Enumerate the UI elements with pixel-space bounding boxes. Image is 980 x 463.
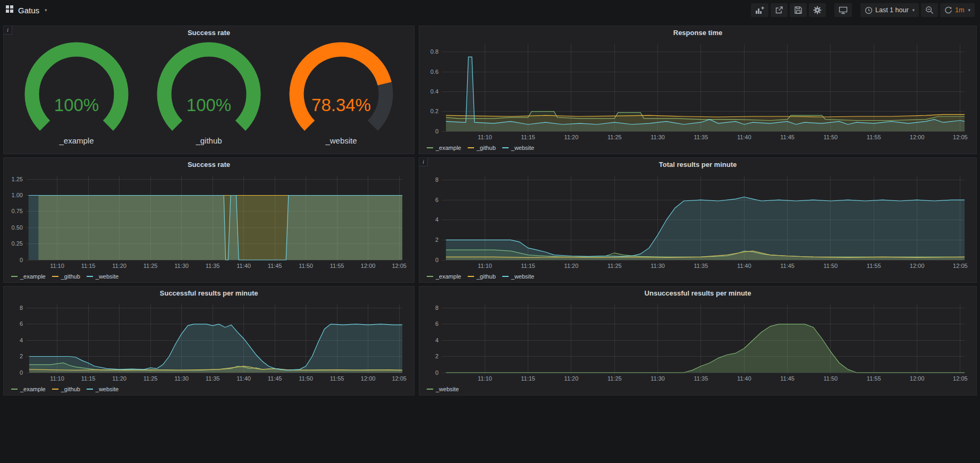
chevron-down-icon: ▾: [968, 7, 970, 13]
svg-text:11:40: 11:40: [236, 375, 251, 382]
dashboard-title-dropdown[interactable]: Gatus ▾: [5, 5, 47, 15]
legend-item[interactable]: _github: [468, 273, 496, 280]
cycle-view-button[interactable]: [834, 3, 852, 17]
legend-item[interactable]: _website: [87, 386, 119, 392]
legend-item[interactable]: _example: [427, 273, 461, 280]
svg-text:11:35: 11:35: [206, 375, 220, 382]
panel-title[interactable]: Success rate: [4, 158, 414, 171]
refresh-interval-label[interactable]: 1m: [955, 6, 964, 14]
svg-text:8: 8: [20, 305, 23, 311]
legend-item[interactable]: _website: [427, 386, 459, 392]
svg-text:11:15: 11:15: [521, 134, 535, 140]
gauge-row: 100%_example100%_github78.34%_website: [8, 41, 410, 150]
panel-title[interactable]: Successful results per minute: [4, 287, 414, 300]
svg-text:0: 0: [435, 128, 438, 134]
refresh-button[interactable]: 1m ▾: [940, 3, 975, 17]
gauge-arc: 100%: [145, 41, 273, 134]
legend-item[interactable]: _example: [11, 273, 46, 280]
legend-series-name: _example: [436, 273, 461, 280]
legend-series-color: [468, 147, 474, 148]
legend-item[interactable]: _github: [52, 386, 80, 392]
svg-text:12:00: 12:00: [910, 134, 925, 140]
time-range-picker[interactable]: Last 1 hour ▾: [860, 3, 919, 17]
gauge-arc: 78.34%: [277, 41, 405, 134]
share-button[interactable]: [771, 3, 788, 17]
share-icon: [775, 6, 783, 14]
svg-text:11:25: 11:25: [607, 375, 622, 382]
legend-item[interactable]: _github: [52, 273, 80, 280]
legend-item[interactable]: _example: [11, 386, 46, 392]
svg-text:0: 0: [435, 257, 438, 263]
svg-text:6: 6: [435, 321, 438, 327]
svg-text:11:50: 11:50: [824, 375, 838, 382]
legend-series-name: _github: [61, 386, 80, 392]
save-icon: [794, 6, 802, 14]
svg-text:11:20: 11:20: [564, 134, 579, 140]
legend-series-name: _website: [511, 145, 534, 151]
svg-text:4: 4: [435, 337, 438, 343]
clock-icon: [865, 6, 873, 14]
legend-series-color: [427, 147, 433, 148]
legend-item[interactable]: _example: [427, 145, 461, 151]
svg-text:6: 6: [435, 197, 438, 203]
svg-text:11:45: 11:45: [268, 263, 282, 269]
response-time-chart[interactable]: 00.20.40.60.811:1011:1511:2011:2511:3011…: [424, 40, 972, 142]
save-button[interactable]: [790, 3, 807, 17]
svg-text:0.8: 0.8: [430, 48, 438, 55]
svg-text:11:55: 11:55: [330, 263, 344, 269]
add-panel-icon: [755, 6, 764, 14]
panel-title[interactable]: Response time: [419, 26, 976, 39]
svg-text:12:00: 12:00: [910, 263, 925, 269]
chevron-down-icon: ▾: [913, 7, 915, 13]
legend-item[interactable]: _website: [87, 273, 119, 280]
grafana-dashboard: { "header": { "title": "Gatus", "time_la…: [0, 0, 980, 463]
success-rate-chart[interactable]: 00.250.500.751.001.2511:1011:1511:2011:2…: [8, 172, 410, 271]
panel-title[interactable]: Success rate: [4, 26, 414, 39]
add-panel-button[interactable]: [751, 3, 768, 17]
svg-text:11:35: 11:35: [694, 134, 708, 140]
svg-text:0.50: 0.50: [12, 224, 23, 231]
svg-text:0.25: 0.25: [12, 240, 23, 247]
chart-legend: _example_github_website: [11, 384, 119, 393]
svg-text:11:15: 11:15: [81, 375, 96, 382]
legend-series-name: _website: [96, 386, 119, 392]
svg-text:11:15: 11:15: [521, 375, 535, 382]
legend-item[interactable]: _website: [502, 145, 534, 151]
panel-title[interactable]: Unsuccessful results per minute: [419, 287, 976, 300]
successful-results-chart[interactable]: 0246811:1011:1511:2011:2511:3011:3511:40…: [8, 300, 410, 383]
panel-unsuccessful-results: Unsuccessful results per minute 0246811:…: [419, 286, 977, 395]
dashboard-title: Gatus: [18, 6, 39, 15]
gauge: 100%_example: [13, 41, 140, 145]
chart-legend: _example_github_website: [11, 272, 119, 281]
svg-text:11:50: 11:50: [299, 375, 313, 382]
gauge: 78.34%_website: [277, 41, 405, 145]
svg-text:0.6: 0.6: [430, 69, 438, 75]
panel-info-icon[interactable]: i: [4, 26, 12, 35]
legend-item[interactable]: _github: [468, 145, 496, 151]
legend-series-name: _example: [436, 145, 461, 151]
panel-info-icon[interactable]: i: [419, 158, 428, 166]
legend-series-color: [87, 389, 93, 390]
zoom-out-button[interactable]: [921, 3, 938, 17]
svg-text:12:05: 12:05: [953, 263, 968, 269]
panel-total-results: i Total results per minute 0246811:1011:…: [419, 157, 977, 283]
settings-button[interactable]: [809, 3, 826, 17]
svg-text:11:25: 11:25: [143, 375, 158, 382]
total-results-chart[interactable]: 0246811:1011:1511:2011:2511:3011:3511:40…: [424, 172, 972, 271]
unsuccessful-results-chart[interactable]: 0246811:1011:1511:2011:2511:3011:3511:40…: [424, 300, 972, 383]
legend-item[interactable]: _website: [502, 273, 534, 280]
svg-text:11:10: 11:10: [478, 134, 492, 140]
svg-text:11:30: 11:30: [174, 263, 189, 269]
legend-series-name: _example: [20, 273, 46, 280]
svg-text:12:00: 12:00: [910, 375, 925, 382]
gear-icon: [813, 6, 822, 14]
svg-text:0: 0: [435, 369, 438, 376]
legend-series-name: _website: [511, 273, 534, 280]
svg-text:11:50: 11:50: [824, 263, 838, 269]
svg-text:11:45: 11:45: [780, 134, 795, 140]
panel-title[interactable]: Total results per minute: [419, 158, 976, 171]
svg-text:4: 4: [435, 216, 438, 223]
svg-text:12:05: 12:05: [392, 375, 407, 382]
svg-text:2: 2: [435, 353, 438, 359]
svg-text:11:20: 11:20: [564, 263, 579, 269]
